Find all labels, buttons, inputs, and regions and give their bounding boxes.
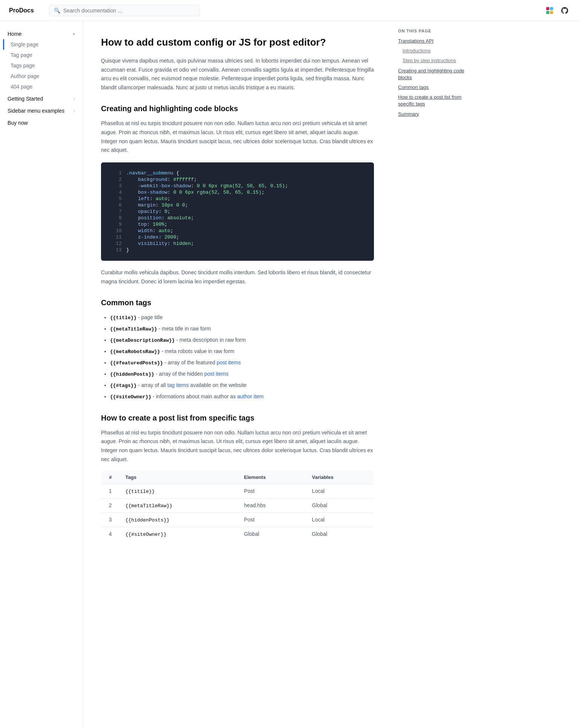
toc-item-step-by-step[interactable]: Step by step instructions <box>398 57 469 64</box>
list-item: {{metaDescriptionRaw}} - meta descriptio… <box>110 336 374 345</box>
table-header-elements: Elements <box>238 470 306 484</box>
toc-item-summary[interactable]: Summary <box>398 111 469 118</box>
table-header-tags: Tags <box>119 470 238 484</box>
code-line: 6 margin: 10px 0 0; <box>109 202 366 208</box>
table-cell-variables: Local <box>306 512 374 527</box>
code-section-title: Creating and highlighting code blocks <box>101 104 374 113</box>
sidebar-item-single-page[interactable]: Single page <box>3 39 83 50</box>
sidebar-item-author-page[interactable]: Author page <box>3 71 83 81</box>
sidebar-getting-started[interactable]: Getting Started › <box>0 93 83 104</box>
chevron-down-icon: ▾ <box>73 32 75 37</box>
code-line: 12 visibility: hidden; <box>109 240 366 247</box>
author-item-link[interactable]: author item <box>237 393 263 399</box>
code-line: 7 opacity: 0; <box>109 208 366 215</box>
list-item: {{#tags}} - array of all tag items avail… <box>110 381 374 390</box>
sidebar-item-tag-page[interactable]: Tag page <box>3 50 83 60</box>
sidebar-menu-examples[interactable]: Sidebar menu examples › <box>0 106 83 116</box>
code-line: 4 box-shadow: 0 0 6px rgba(52, 58, 65, 0… <box>109 189 366 196</box>
code-line: 8 position: absolute; <box>109 215 366 221</box>
table-cell-tag: {{titile}} <box>119 484 238 498</box>
table-cell-num: 4 <box>101 527 119 541</box>
tag-items-link[interactable]: tag items <box>167 382 189 388</box>
list-item: {{title}} - page title <box>110 313 374 322</box>
post-items-link-2[interactable]: post items <box>204 371 228 377</box>
sidebar-item-label: Tag page <box>11 52 32 58</box>
table-cell-variables: Global <box>306 527 374 541</box>
github-button[interactable] <box>559 5 570 16</box>
search-input[interactable] <box>63 8 195 14</box>
chevron-right-icon: › <box>74 96 75 101</box>
table-cell-elements: Global <box>238 527 306 541</box>
sidebar-item-label: Single page <box>11 41 38 47</box>
post-list-title: How to create a post list from specific … <box>101 414 374 422</box>
sidebar-item-tags-page[interactable]: Tags page <box>3 60 83 71</box>
toc-item-post-list[interactable]: How to create a post list from specific … <box>398 94 469 107</box>
sidebar-section-sidebar-menu: Sidebar menu examples › <box>0 106 83 116</box>
list-item: {{hiddenPosts}} - array of the hidden po… <box>110 370 374 379</box>
sidebar-item-label: Sidebar menu examples <box>8 108 64 114</box>
sidebar-item-label: Buy now <box>8 120 28 126</box>
sidebar-buy-now[interactable]: Buy now <box>0 118 83 128</box>
toc-title: ON THIS PAGE <box>398 29 469 33</box>
svg-rect-0 <box>546 7 549 10</box>
sidebar-item-label: Author page <box>11 73 39 79</box>
toc-item-code-blocks[interactable]: Creating and highlighting code blocks <box>398 67 469 81</box>
code-line: 5 left: auto; <box>109 196 366 202</box>
table-cell-tag: {{metaTitleRaw}} <box>119 498 238 512</box>
sidebar-item-404-page[interactable]: 404 page <box>3 81 83 92</box>
table-cell-tag: {{#siteOwner}} <box>119 527 238 541</box>
table-header-variables: Variables <box>306 470 374 484</box>
common-tags-section: Common tags {{title}} - page title {{met… <box>101 298 374 402</box>
code-line: 11 z-index: 2000; <box>109 234 366 240</box>
intro-paragraph: Quisque viverra dapibus metus, quis pulv… <box>101 57 374 92</box>
slack-button[interactable] <box>544 5 555 16</box>
code-after-para: Curabitur mollis vehicula dapibus. Donec… <box>101 268 374 286</box>
top-bar-actions <box>544 5 570 16</box>
code-table: 1 .navbar__submenu { 2 background: #ffff… <box>109 170 366 253</box>
main-content: How to add custom config or JS for post … <box>83 21 392 728</box>
app-logo: ProDocs <box>9 7 34 14</box>
sidebar-home-children: Single page Tag page Tags page Author pa… <box>0 39 83 92</box>
top-bar: ProDocs 🔍 <box>0 0 579 21</box>
svg-rect-2 <box>546 11 549 14</box>
sidebar-section-buy-now: Buy now <box>0 118 83 128</box>
table-cell-tag: {{hiddenPosts}} <box>119 512 238 527</box>
code-section-para: Phasellus at nisl eu turpis tincidunt po… <box>101 119 374 155</box>
page-title: How to add custom config or JS for post … <box>101 36 374 49</box>
toc-item-introductions[interactable]: Introductions <box>398 47 469 54</box>
sidebar-home[interactable]: Home ▾ <box>0 29 83 39</box>
table-row: 4 {{#siteOwner}} Global Global <box>101 527 374 541</box>
list-item: {{#featuredPosts}} - array of the featur… <box>110 358 374 367</box>
sidebar-home-label: Home <box>8 31 21 37</box>
code-line: 2 background: #ffffff; <box>109 176 366 183</box>
list-item: {{metaTitleRaw}} - meta title in raw for… <box>110 324 374 333</box>
sidebar-section-home: Home ▾ Single page Tag page Tags page Au… <box>0 29 83 92</box>
table-cell-elements: head.hbs <box>238 498 306 512</box>
code-line: 9 top: 100%; <box>109 221 366 228</box>
table-cell-variables: Global <box>306 498 374 512</box>
toc-panel: ON THIS PAGE Translations API Introducti… <box>392 21 475 728</box>
table-cell-num: 3 <box>101 512 119 527</box>
table-cell-elements: Post <box>238 512 306 527</box>
common-tags-list: {{title}} - page title {{metaTitleRaw}} … <box>101 313 374 402</box>
sidebar-section-getting-started: Getting Started › <box>0 93 83 104</box>
svg-rect-3 <box>550 11 553 14</box>
table-cell-num: 1 <box>101 484 119 498</box>
common-tags-title: Common tags <box>101 298 374 307</box>
search-bar[interactable]: 🔍 <box>49 5 200 16</box>
sidebar-item-label: 404 page <box>11 84 32 90</box>
post-items-link-1[interactable]: post items <box>217 359 241 366</box>
list-item: {{#siteOwner}} - informations about main… <box>110 392 374 401</box>
code-line: 10 width: auto; <box>109 228 366 234</box>
toc-item-common-tags[interactable]: Common tags <box>398 84 469 91</box>
code-block: 1 .navbar__submenu { 2 background: #ffff… <box>101 162 374 261</box>
code-line: 3 -webkit-box-shadow: 0 0 6px rgba(52, 5… <box>109 183 366 189</box>
search-icon: 🔍 <box>54 8 60 14</box>
main-layout: Home ▾ Single page Tag page Tags page Au… <box>0 21 579 728</box>
chevron-right-icon: › <box>74 109 75 113</box>
sidebar-item-label: Getting Started <box>8 96 43 102</box>
table-cell-elements: Post <box>238 484 306 498</box>
svg-rect-1 <box>550 7 553 10</box>
sidebar-item-label: Tags page <box>11 63 35 69</box>
toc-item-translations-api[interactable]: Translations API <box>398 38 469 44</box>
